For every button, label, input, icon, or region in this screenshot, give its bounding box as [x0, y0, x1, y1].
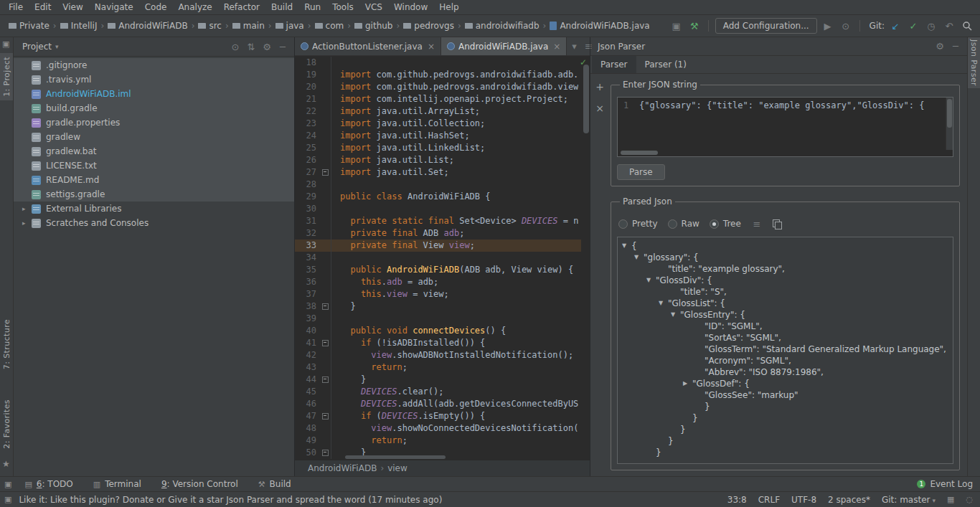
- breadcrumb-item-java[interactable]: java: [274, 21, 306, 31]
- tree-toggle-icon[interactable]: ▼: [659, 298, 668, 309]
- project-tree-item-gradle-properties[interactable]: gradle.properties: [14, 115, 294, 130]
- caret-position[interactable]: 33:8: [727, 495, 747, 505]
- breadcrumb-element-view[interactable]: view: [387, 463, 407, 473]
- scrollbar-thumb[interactable]: [947, 99, 952, 128]
- add-configuration-button[interactable]: Add Configuration...: [715, 18, 817, 34]
- project-tree-item-scratches-and-consoles[interactable]: ▸Scratches and Consoles: [14, 216, 294, 230]
- json-tree-row[interactable]: }: [618, 447, 953, 458]
- hide-panel-icon[interactable]: ─: [948, 39, 963, 54]
- copy-icon[interactable]: [773, 219, 782, 229]
- tree-toggle-icon[interactable]: ▼: [646, 275, 656, 286]
- breadcrumb-item-pedrovgs[interactable]: pedrovgs: [402, 21, 456, 31]
- project-tree-item-gradlew[interactable]: gradlew: [14, 130, 294, 144]
- undo-icon[interactable]: ↶: [942, 19, 956, 33]
- breadcrumb-element-androidwifiadb[interactable]: AndroidWiFiADB: [308, 463, 377, 473]
- screen-reader-icon[interactable]: ▦: [947, 495, 954, 504]
- locate-file-icon[interactable]: ⊙: [228, 39, 242, 54]
- fold-marker-icon[interactable]: [321, 300, 331, 313]
- tool-button-6-todo[interactable]: ▤6: TODO: [24, 479, 72, 489]
- project-tree-item-gradlew-bat[interactable]: gradlew.bat: [14, 144, 294, 158]
- fold-marker-icon[interactable]: [321, 166, 331, 179]
- tool-button-9-version-control[interactable]: 9: Version Control: [161, 479, 238, 489]
- json-tree-row[interactable]: "Acronym": "SGML",: [618, 355, 953, 366]
- tree-toggle-icon[interactable]: ▼: [622, 240, 631, 252]
- tool-button-project[interactable]: 1: Project: [0, 53, 13, 100]
- status-message[interactable]: Like it: Like this plugin? Donate or Giv…: [19, 495, 442, 505]
- line-separator[interactable]: CRLF: [758, 495, 780, 505]
- toolwindow-toggle-icon[interactable]: ▣: [4, 495, 11, 504]
- input-horizontal-scrollbar[interactable]: [621, 151, 658, 155]
- menu-item-code[interactable]: Code: [139, 1, 173, 13]
- menu-item-vcs[interactable]: VCS: [359, 1, 388, 13]
- breadcrumb-item-androidwifiadb[interactable]: androidwifiadb: [463, 21, 541, 31]
- menu-item-edit[interactable]: Edit: [29, 1, 57, 13]
- json-input-text[interactable]: {"glossary": {"title": "example glossary…: [639, 100, 941, 110]
- breadcrumb-item-private[interactable]: Private: [7, 21, 51, 31]
- breadcrumb-item-intellij[interactable]: IntelliJ: [59, 21, 99, 31]
- settings-icon[interactable]: ⚙: [933, 39, 947, 54]
- editor-body[interactable]: 1819import com.github.pedrovgs.androidwi…: [295, 56, 590, 460]
- hide-panel-icon[interactable]: ─: [275, 39, 290, 54]
- tree-toggle-icon[interactable]: ▶: [683, 378, 692, 389]
- tool-button-structure[interactable]: 7: Structure: [0, 316, 13, 373]
- tool-windows-icon[interactable]: ▣: [2, 39, 9, 49]
- json-tree-row[interactable]: "ID": "SGML",: [618, 321, 953, 332]
- json-tree-row[interactable]: ▼{: [618, 240, 953, 252]
- fold-marker-icon[interactable]: [321, 337, 331, 349]
- favorites-star-icon[interactable]: ★: [2, 459, 10, 469]
- project-panel-title[interactable]: Project▾: [22, 42, 59, 52]
- settings-icon[interactable]: ⚙: [260, 39, 274, 54]
- tool-windows-icon[interactable]: ▣: [4, 480, 11, 489]
- editor-vertical-scrollbar[interactable]: [583, 65, 589, 133]
- parse-button[interactable]: Parse: [617, 164, 665, 180]
- json-tree-row[interactable]: ▼"GlossEntry": {: [618, 309, 953, 321]
- collapse-all-icon[interactable]: ⇅: [244, 39, 258, 54]
- json-tree-row[interactable]: ▼"GlossList": {: [618, 298, 953, 309]
- project-tree-item-travis-yml[interactable]: .travis.yml: [14, 72, 294, 87]
- preview-icon[interactable]: ▣: [669, 19, 684, 33]
- menu-item-run[interactable]: Run: [298, 1, 326, 13]
- fold-marker-icon[interactable]: [321, 374, 331, 386]
- breadcrumb-item-main[interactable]: main: [231, 21, 266, 31]
- tool-button-terminal[interactable]: ▥Terminal: [93, 479, 141, 489]
- project-tree-item-build-gradle[interactable]: build.gradle: [14, 101, 294, 115]
- menu-item-help[interactable]: Help: [433, 1, 464, 13]
- event-log-button[interactable]: 1 Event Log: [917, 479, 973, 489]
- indent-info[interactable]: 2 spaces*: [828, 495, 870, 505]
- json-tree-row[interactable]: "Abbrev": "ISO 8879:1986",: [618, 366, 953, 378]
- run-icon[interactable]: ▶: [821, 19, 835, 33]
- mode-raw[interactable]: Raw: [668, 219, 699, 229]
- tool-button-json-parser[interactable]: Json Parser: [968, 37, 980, 88]
- project-tree-item-external-libraries[interactable]: ▸External Libraries: [14, 202, 294, 216]
- json-tree-row[interactable]: }: [618, 435, 953, 447]
- menu-item-view[interactable]: View: [57, 1, 88, 13]
- git-update-icon[interactable]: ↙: [888, 19, 903, 33]
- json-tree-row[interactable]: }: [618, 424, 953, 435]
- breadcrumb-item-androidwifiadb-java[interactable]: AndroidWiFiADB.java: [548, 21, 651, 31]
- json-tree-row[interactable]: "title": "example glossary",: [618, 263, 953, 275]
- input-vertical-scrollbar[interactable]: [946, 98, 953, 150]
- menu-item-tools[interactable]: Tools: [326, 1, 359, 13]
- history-icon[interactable]: ◷: [924, 19, 938, 33]
- breadcrumb-item-androidwifiadb[interactable]: AndroidWiFiADB: [106, 21, 189, 31]
- tree-toggle-icon[interactable]: ▼: [671, 309, 680, 321]
- menu-item-build[interactable]: Build: [265, 1, 298, 13]
- json-tree-row[interactable]: "SortAs": "SGML",: [618, 332, 953, 343]
- close-icon[interactable]: ×: [553, 42, 560, 52]
- parser-tab-parser[interactable]: Parser: [592, 56, 636, 73]
- menu-item-file[interactable]: File: [3, 1, 29, 13]
- json-tree-row[interactable]: ▼"glossary": {: [618, 252, 953, 263]
- close-tab-icon[interactable]: ×: [595, 103, 604, 114]
- file-encoding[interactable]: UTF-8: [791, 495, 816, 505]
- breadcrumb-item-github[interactable]: github: [353, 21, 394, 31]
- editor-horizontal-scrollbar[interactable]: [345, 455, 446, 459]
- breadcrumb-item-src[interactable]: src: [197, 21, 223, 31]
- menu-item-refactor[interactable]: Refactor: [218, 1, 265, 13]
- menu-item-navigate[interactable]: Navigate: [89, 1, 139, 13]
- json-tree-row[interactable]: ▶"GlossDef": {: [618, 378, 953, 389]
- mode-tree[interactable]: Tree: [710, 219, 741, 229]
- project-tree-item-androidwifiadb-iml[interactable]: AndroidWiFiADB.iml: [14, 87, 294, 101]
- project-tree-item-gitignore[interactable]: .gitignore: [14, 58, 294, 72]
- project-tree-item-readme-md[interactable]: README.md: [14, 173, 294, 187]
- notifications-icon[interactable]: ◌: [966, 495, 973, 504]
